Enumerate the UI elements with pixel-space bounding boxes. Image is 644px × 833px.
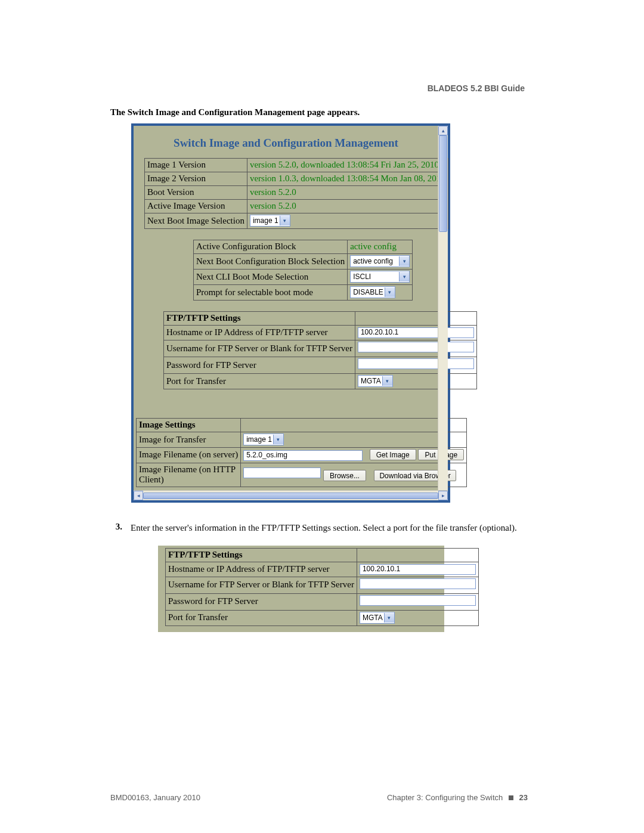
cell-label: Port for Transfer: [164, 374, 355, 389]
cell-control: MGTA ▾: [357, 610, 478, 625]
empty-cell: [241, 419, 467, 432]
table-row: Boot Version version 5.2.0: [145, 186, 448, 200]
horizontal-scrollbar[interactable]: ◂ ▸: [134, 490, 448, 500]
dropdown-value: ISCLI: [353, 272, 398, 281]
step-number: 3.: [110, 522, 122, 534]
table-row: Active Image Version version 5.2.0: [145, 200, 448, 213]
next-boot-config-dropdown[interactable]: active config ▾: [350, 255, 410, 267]
cell-label: Boot Version: [145, 186, 247, 200]
cell-label: Hostname or IP Address of FTP/TFTP serve…: [164, 326, 355, 340]
vertical-scrollbar[interactable]: ▴ ▾: [438, 126, 448, 500]
cell-value: version 5.2.0: [247, 200, 448, 213]
screenshot-panel: ▴ ▾ ◂ ▸ Switch Image and Configuration M…: [131, 123, 450, 503]
panel-title: Switch Image and Configuration Managemen…: [134, 126, 438, 158]
lead-text: The Switch Image and Configuration Manag…: [110, 107, 528, 117]
chevron-down-icon[interactable]: ▾: [384, 613, 394, 623]
cell-value: version 5.2.0, downloaded 13:08:54 Fri J…: [247, 159, 448, 172]
footer-left: BMD00163, January 2010: [110, 793, 200, 802]
table-row: Port for Transfer MGTA ▾: [164, 374, 477, 389]
cell-control: 100.20.10.1: [357, 562, 478, 577]
cell-control: Browse... Download via Browser: [241, 463, 467, 487]
scrollbar-thumb[interactable]: [439, 135, 447, 232]
ftp-username-input[interactable]: [360, 578, 476, 589]
image-version-table: Image 1 Version version 5.2.0, downloade…: [144, 158, 448, 229]
table-row: Next CLI Boot Mode Selection ISCLI ▾: [194, 270, 413, 285]
empty-cell: [357, 548, 478, 562]
table-row: Next Boot Image Selection image 1 ▾: [145, 213, 448, 229]
http-filename-input[interactable]: [243, 467, 321, 478]
prompt-boot-mode-dropdown[interactable]: DISABLE ▾: [350, 286, 395, 298]
get-image-button[interactable]: Get Image: [370, 449, 416, 460]
numbered-step: 3. Enter the server's information in the…: [110, 522, 528, 534]
table-row: Image 2 Version version 1.0.3, downloade…: [145, 172, 448, 186]
cell-control: [357, 577, 478, 593]
cell-control: ISCLI ▾: [348, 270, 413, 285]
empty-cell: [355, 312, 476, 326]
table-row: Image Filename (on HTTP Client) Browse..…: [137, 463, 467, 487]
cell-control: DISABLE ▾: [348, 285, 413, 301]
cli-boot-mode-dropdown[interactable]: ISCLI ▾: [350, 271, 410, 283]
ftp-settings-table: FTP/TFTP Settings Hostname or IP Address…: [163, 311, 477, 389]
page-footer: BMD00163, January 2010 Chapter 3: Config…: [110, 793, 528, 802]
ftp-port-dropdown[interactable]: MGTA ▾: [360, 612, 395, 624]
ftp-hostname-input[interactable]: 100.20.10.1: [358, 327, 474, 338]
ftp-port-dropdown[interactable]: MGTA ▾: [358, 375, 393, 387]
cell-label: Next CLI Boot Mode Selection: [194, 270, 348, 285]
dropdown-value: image 1: [246, 435, 272, 444]
cell-control: [355, 357, 476, 374]
chevron-down-icon[interactable]: ▾: [273, 435, 283, 444]
cell-control: 5.2.0_os.img Get Image Put Image: [241, 448, 467, 463]
ftp-hostname-input[interactable]: 100.20.10.1: [360, 564, 476, 575]
image-settings-header: Image Settings: [137, 419, 241, 432]
ftp-password-input[interactable]: [360, 595, 476, 606]
image-transfer-dropdown[interactable]: image 1 ▾: [243, 433, 284, 445]
chevron-down-icon[interactable]: ▾: [280, 216, 290, 225]
next-boot-image-dropdown[interactable]: image 1 ▾: [250, 215, 290, 227]
scroll-up-icon[interactable]: ▴: [438, 126, 448, 135]
cell-label: Image Filename (on HTTP Client): [137, 463, 241, 487]
table-row: Image for Transfer image 1 ▾: [137, 432, 467, 448]
cell-control: [355, 340, 476, 357]
ftp-header: FTP/TFTP Settings: [166, 548, 357, 562]
cell-control: active config ▾: [348, 254, 413, 270]
table-row: Hostname or IP Address of FTP/TFTP serve…: [166, 562, 479, 577]
cell-label: Prompt for selectable boot mode: [194, 285, 348, 301]
chevron-down-icon[interactable]: ▾: [399, 256, 409, 266]
image-filename-input[interactable]: 5.2.0_os.img: [243, 450, 363, 461]
chevron-down-icon[interactable]: ▾: [382, 376, 392, 386]
document-header: BLADEOS 5.2 BBI Guide: [428, 83, 525, 93]
table-row: Prompt for selectable boot mode DISABLE …: [194, 285, 413, 301]
square-bullet-icon: [509, 795, 513, 800]
ftp-password-input[interactable]: [358, 358, 474, 369]
table-row: Next Boot Configuration Block Selection …: [194, 254, 413, 270]
config-block-table: Active Configuration Block active config…: [193, 240, 413, 301]
dropdown-value: MGTA: [363, 614, 383, 622]
screenshot-ftp-detail: FTP/TFTP Settings Hostname or IP Address…: [158, 546, 444, 632]
dropdown-value: active config: [353, 257, 398, 265]
chevron-down-icon[interactable]: ▾: [385, 287, 395, 297]
browse-button[interactable]: Browse...: [323, 470, 366, 481]
table-row: FTP/TFTP Settings: [164, 312, 477, 326]
scrollbar-track[interactable]: [143, 493, 438, 499]
cell-label: Next Boot Configuration Block Selection: [194, 254, 348, 270]
cell-label: Active Image Version: [145, 200, 247, 213]
cell-label: Password for FTP Server: [166, 593, 357, 610]
cell-label: Username for FTP Server or Blank for TFT…: [164, 340, 355, 357]
scroll-right-icon[interactable]: ▸: [438, 491, 448, 500]
table-row: Image Filename (on server) 5.2.0_os.img …: [137, 448, 467, 463]
table-row: Username for FTP Server or Blank for TFT…: [164, 340, 477, 357]
cell-label: Image 1 Version: [145, 159, 247, 172]
ftp-username-input[interactable]: [358, 342, 474, 352]
chevron-down-icon[interactable]: ▾: [399, 272, 409, 281]
scroll-left-icon[interactable]: ◂: [134, 491, 143, 500]
cell-label: Username for FTP Server or Blank for TFT…: [166, 577, 357, 593]
cell-control: MGTA ▾: [355, 374, 476, 389]
cell-control: [357, 593, 478, 610]
dropdown-value: DISABLE: [353, 288, 383, 296]
cell-label: Port for Transfer: [166, 610, 357, 625]
cell-label: Hostname or IP Address of FTP/TFTP serve…: [166, 562, 357, 577]
table-row: Password for FTP Server: [166, 593, 479, 610]
ftp-settings-table-detail: FTP/TFTP Settings Hostname or IP Address…: [165, 548, 479, 626]
cell-control: image 1 ▾: [241, 432, 467, 448]
cell-value: version 1.0.3, downloaded 13:08:54 Mon J…: [247, 172, 448, 186]
